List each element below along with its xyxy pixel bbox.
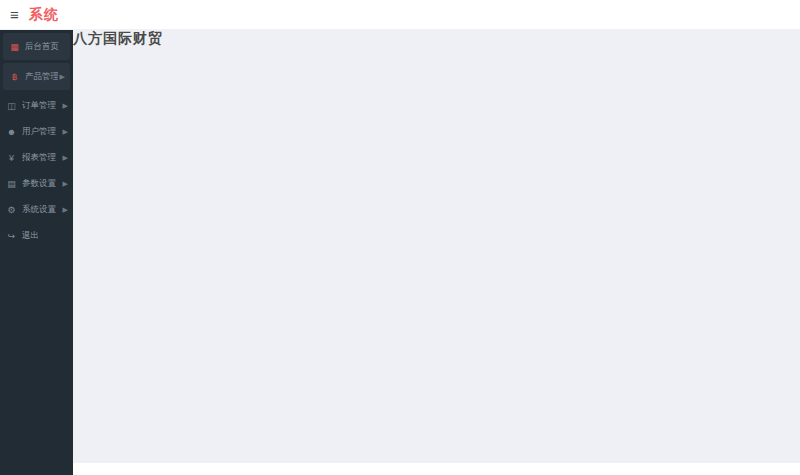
sidebar-item-label: 订单管理 (22, 100, 61, 112)
chevron-right-icon: ▶ (63, 206, 68, 214)
chevron-right-icon: ▶ (63, 154, 68, 162)
sidebar-item-users[interactable]: ☻用户管理▶ (0, 119, 73, 145)
page-footer-strip (73, 463, 800, 475)
chevron-right-icon: ▶ (63, 180, 68, 188)
sidebar-item-label: 用户管理 (22, 126, 61, 138)
sidebar-nav: ▦后台首页฿产品管理▶◫订单管理▶☻用户管理▶¥报表管理▶▤参数设置▶⚙系统设置… (0, 30, 73, 475)
sidebar-item-label: 后台首页 (25, 41, 65, 53)
top-bar: ≡ 八方国际财贸系统 (0, 0, 800, 30)
orders-file-icon: ◫ (5, 101, 18, 111)
sidebar-item-product-bitcoin[interactable]: ฿产品管理▶ (3, 63, 70, 90)
chevron-right-icon: ▶ (63, 102, 68, 110)
system-gear-icon: ⚙ (5, 205, 18, 215)
hamburger-menu-icon[interactable]: ≡ (10, 7, 19, 22)
app-title-main: 八方国际财贸 (73, 30, 800, 463)
sidebar-item-label: 产品管理 (25, 71, 58, 83)
sidebar-item-label: 系统设置 (22, 204, 61, 216)
sidebar-item-label: 报表管理 (22, 152, 61, 164)
params-file-icon: ▤ (5, 179, 18, 189)
chevron-right-icon: ▶ (63, 128, 68, 136)
sidebar-item-label: 参数设置 (22, 178, 61, 190)
sidebar-item-system-gear[interactable]: ⚙系统设置▶ (0, 197, 73, 223)
app-title-accent: 系统 (29, 6, 59, 22)
sidebar-item-logout[interactable]: ↪退出 (0, 223, 73, 249)
app-title: 八方国际财贸系统 (29, 6, 59, 24)
chevron-right-icon: ▶ (60, 73, 65, 81)
product-bitcoin-icon: ฿ (8, 72, 21, 82)
report-yen-icon: ¥ (5, 153, 18, 163)
dashboard-icon: ▦ (8, 42, 21, 52)
logout-icon: ↪ (5, 231, 18, 241)
sidebar-item-dashboard[interactable]: ▦后台首页 (3, 33, 70, 60)
sidebar-item-params-file[interactable]: ▤参数设置▶ (0, 171, 73, 197)
sidebar-item-label: 退出 (22, 230, 68, 242)
users-icon: ☻ (5, 127, 18, 137)
sidebar-item-orders-file[interactable]: ◫订单管理▶ (0, 93, 73, 119)
sidebar-item-report-yen[interactable]: ¥报表管理▶ (0, 145, 73, 171)
